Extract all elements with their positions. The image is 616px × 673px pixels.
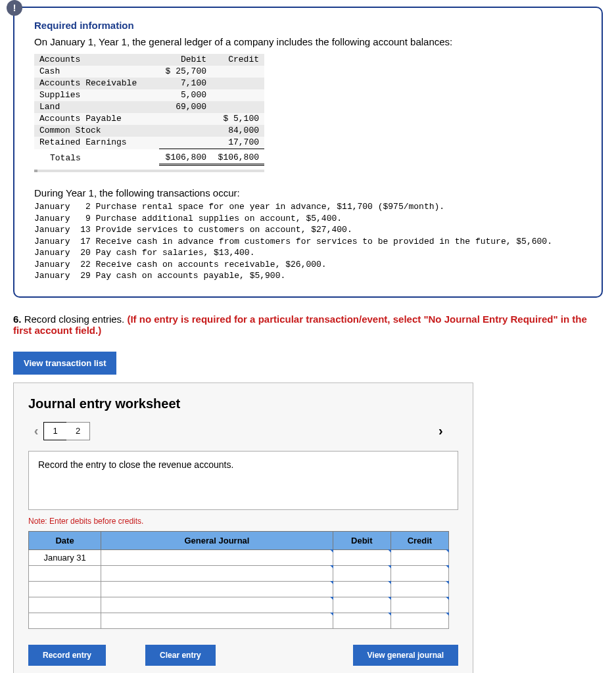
ledger-header-credit: Credit: [212, 54, 264, 66]
question-body: Record closing entries.: [24, 313, 125, 325]
ledger-row: Retained Earnings17,700: [34, 137, 264, 149]
ledger-row: Accounts Payable$ 5,100: [34, 113, 264, 125]
je-credit-cell[interactable]: [391, 613, 448, 628]
je-date-cell[interactable]: [29, 565, 101, 581]
pager-next-icon[interactable]: ›: [438, 423, 458, 438]
entry-instruction-text: Record the entry to close the revenue ac…: [38, 459, 233, 470]
je-row: [29, 581, 449, 597]
worksheet-title: Journal entry worksheet: [28, 396, 458, 411]
record-entry-button[interactable]: Record entry: [28, 645, 106, 666]
je-credit-cell[interactable]: [391, 549, 448, 565]
je-account-cell[interactable]: [101, 565, 333, 581]
je-date-cell[interactable]: [29, 597, 101, 613]
table-scroll-indicator: [34, 170, 264, 172]
transactions-title: During Year 1, the following transaction…: [34, 187, 582, 198]
je-debit-cell[interactable]: [333, 597, 391, 613]
je-debit-cell[interactable]: [333, 565, 391, 581]
je-debit-cell[interactable]: [333, 581, 391, 597]
journal-entry-table: Date General Journal Debit Credit Januar…: [28, 531, 449, 629]
je-debit-cell[interactable]: [333, 613, 391, 628]
view-transaction-list-button[interactable]: View transaction list: [13, 352, 116, 375]
info-badge-icon: !: [7, 0, 22, 16]
je-header-debit: Debit: [333, 531, 391, 549]
je-date-cell[interactable]: [29, 581, 101, 597]
ledger-row: Common Stock84,000: [34, 125, 264, 137]
worksheet-button-row: Record entry Clear entry View general jo…: [28, 645, 458, 666]
entry-instruction-box: Record the entry to close the revenue ac…: [28, 451, 458, 510]
debits-before-credits-note: Note: Enter debits before credits.: [28, 517, 458, 526]
transactions-block: During Year 1, the following transaction…: [34, 187, 582, 282]
ledger-totals-row: Totals $106,800 $106,800: [34, 149, 264, 165]
question-number: 6.: [13, 313, 22, 325]
intro-text: On January 1, Year 1, the general ledger…: [34, 36, 582, 47]
required-info-title: Required information: [34, 20, 582, 31]
pager-prev-icon[interactable]: ‹: [28, 423, 44, 438]
ledger-header-debit: Debit: [159, 54, 212, 66]
je-credit-cell[interactable]: [391, 581, 448, 597]
journal-entry-worksheet-panel: Journal entry worksheet ‹ 1 2 › Record t…: [13, 383, 473, 673]
ledger-header-accounts: Accounts: [34, 54, 159, 66]
view-general-journal-button[interactable]: View general journal: [353, 645, 458, 666]
je-row: [29, 613, 449, 628]
je-credit-cell[interactable]: [391, 597, 448, 613]
je-account-cell[interactable]: [101, 581, 333, 597]
je-debit-cell[interactable]: [333, 549, 391, 565]
clear-entry-button[interactable]: Clear entry: [145, 645, 216, 666]
ledger-row: Accounts Receivable7,100: [34, 78, 264, 89]
je-account-cell[interactable]: [101, 613, 333, 628]
je-row: [29, 565, 449, 581]
je-credit-cell[interactable]: [391, 565, 448, 581]
je-header-general-journal: General Journal: [101, 531, 333, 549]
je-date-cell[interactable]: January 31: [29, 549, 101, 565]
question-text: 6. Record closing entries. (If no entry …: [13, 313, 603, 336]
ledger-table: Accounts Debit Credit Cash$ 25,700 Accou…: [34, 54, 264, 166]
pager-tab-2[interactable]: 2: [66, 422, 90, 440]
je-header-credit: Credit: [391, 531, 448, 549]
je-header-date: Date: [29, 531, 101, 549]
je-date-cell[interactable]: [29, 613, 101, 628]
worksheet-pager: ‹ 1 2 ›: [28, 422, 458, 440]
ledger-row: Supplies5,000: [34, 89, 264, 101]
ledger-table-wrap: Accounts Debit Credit Cash$ 25,700 Accou…: [34, 54, 264, 172]
je-account-cell[interactable]: [101, 549, 333, 565]
je-row: January 31: [29, 549, 449, 565]
required-info-card: ! Required information On January 1, Yea…: [13, 7, 603, 298]
je-row: [29, 597, 449, 613]
ledger-row: Cash$ 25,700: [34, 66, 264, 78]
ledger-row: Land69,000: [34, 101, 264, 113]
pager-tab-1[interactable]: 1: [43, 422, 67, 440]
je-account-cell[interactable]: [101, 597, 333, 613]
transactions-lines: January 2 Purchase rental space for one …: [34, 201, 582, 282]
